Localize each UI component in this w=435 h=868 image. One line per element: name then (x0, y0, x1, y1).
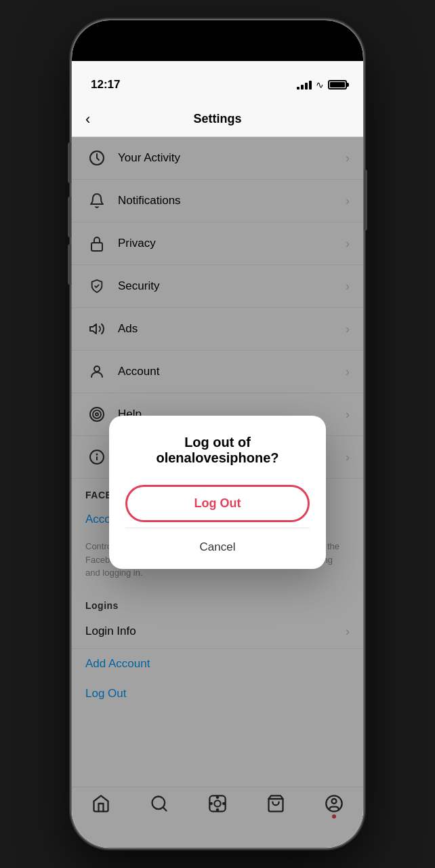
dialog-overlay: Log out of olenalovesiphone? Log Out Can… (72, 137, 363, 848)
nav-header: ‹ Settings (72, 102, 363, 137)
status-time: 12:17 (88, 78, 120, 92)
dialog-title: Log out of olenalovesiphone? (125, 435, 310, 466)
dialog-logout-button[interactable]: Log Out (125, 485, 310, 522)
logout-dialog: Log out of olenalovesiphone? Log Out Can… (109, 416, 326, 569)
wifi-icon: ∿ (316, 79, 324, 90)
page-title: Settings (193, 112, 241, 126)
battery-fill (330, 82, 345, 87)
battery-icon (328, 80, 347, 90)
back-button[interactable]: ‹ (85, 111, 90, 128)
dialog-cancel-button[interactable]: Cancel (125, 531, 310, 564)
signal-icon (297, 80, 312, 90)
status-bar: 12:17 ∿ (72, 61, 363, 102)
status-icons: ∿ (297, 79, 347, 90)
settings-content: Your Activity › Notifications › (72, 137, 363, 848)
dialog-divider (125, 528, 310, 528)
notch-area (72, 20, 363, 61)
phone-screen: 12:17 ∿ ‹ Settings (72, 20, 363, 848)
phone-frame: 12:17 ∿ ‹ Settings (72, 20, 363, 848)
notch (163, 20, 272, 43)
